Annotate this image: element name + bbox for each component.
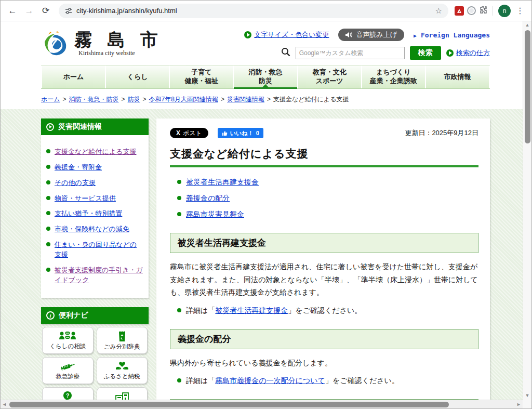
forward-button[interactable]: → (22, 4, 36, 18)
bullet-icon (46, 227, 50, 231)
horizontal-scrollbar[interactable]: ◄ ► (1, 400, 523, 408)
pdf-extension-icon[interactable] (455, 6, 464, 16)
site-logo[interactable]: 霧 島 市 Kirishima city website (41, 25, 163, 60)
disaster-info-box: 災害関連情報 支援金など給付による支援 義援金・寄附金 その他の支援 物資・サー… (41, 118, 149, 298)
search-button[interactable]: 検索 (410, 46, 441, 60)
toc-item: 義援金の配分 (177, 194, 478, 203)
section-paragraph: 霧島市に被災者生活再建支援法が適用され、住宅に著しい被害を受けた世帯に対し、支援… (170, 260, 478, 299)
scroll-up-arrow[interactable]: ▲ (524, 21, 531, 29)
detail-link-gienkin[interactable]: 霧島市義援金の一次配分について (215, 376, 325, 385)
x-logo-icon: X (176, 129, 180, 137)
sidebar-item-shienkin: 支援金など給付による支援 (46, 147, 143, 157)
bullet-icon (177, 212, 181, 216)
people-chat-icon (59, 331, 76, 341)
quick-nav-kurashi-soudan[interactable]: くらしの相談 (42, 327, 94, 354)
nav-tab-machidukuri[interactable]: まちづくり 産業・企業誘致 (362, 65, 426, 88)
sidebar-item-shiharai: 支払い猶予・特別措置 (46, 209, 143, 219)
question-bubble-icon: ? (62, 391, 73, 400)
sidebar-item-gienkin: 義援金・寄附金 (46, 163, 143, 173)
sidebar-item-shizei: 市税・保険料などの減免 (46, 225, 143, 234)
nav-tab-kosodate[interactable]: 子育て 健康・福祉 (170, 65, 234, 88)
vertical-scrollbar[interactable]: ▲ ▼ (523, 21, 531, 400)
toc-link-gienkin[interactable]: 義援金の配分 (186, 194, 230, 203)
nav-tab-bousai[interactable]: 消防・救急 防災 (234, 65, 298, 88)
speaker-icon (345, 32, 353, 38)
toc-link-saiken[interactable]: 被災者生活再建支援金 (186, 178, 259, 187)
main-content: X ポスト いいね！ 0 更新日：2025年9月12日 支援金など給付による支援 (156, 118, 490, 400)
reload-button[interactable]: ⟳ (39, 4, 52, 18)
section-heading-mimaikin: 霧島市災害見舞金 (170, 399, 478, 400)
nav-tab-kurashi[interactable]: くらし (106, 65, 170, 88)
audio-readout-button[interactable]: 音声読み上げ (338, 29, 404, 41)
section-heading-gienkin: 義援金の配分 (170, 329, 478, 349)
table-of-contents: 被災者生活再建支援金 義援金の配分 霧島市災害見舞金 (177, 178, 478, 219)
scrollbar-corner (523, 400, 531, 408)
site-info-icon[interactable] (65, 7, 72, 15)
nav-tab-shisei[interactable]: 市政情報 (426, 65, 490, 88)
url-text[interactable]: city-kirishima.jp/anshin/kyufu.html (76, 7, 431, 15)
detail-link-saiken[interactable]: 被災者生活再建支援金 (215, 306, 288, 314)
scroll-right-arrow[interactable]: ► (515, 401, 523, 408)
nav-tab-kyouiku[interactable]: 教育・文化 スポーツ (298, 65, 362, 88)
bullet-icon (46, 165, 50, 169)
sidebar-item-sonota: その他の支援 (46, 178, 143, 188)
detail-bullet: 詳細は「被災者生活再建支援金」をご確認ください。 (177, 306, 478, 315)
toc-link-mimaikin[interactable]: 霧島市災害見舞金 (186, 210, 244, 219)
sidebar: 災害関連情報 支援金など給付による支援 義援金・寄附金 その他の支援 物資・サー… (41, 118, 149, 400)
quick-nav-header: i 便利ナビ (41, 307, 149, 324)
bookmark-star-icon[interactable]: ☆ (435, 6, 442, 16)
bullet-icon (177, 378, 181, 382)
breadcrumb-link[interactable]: 令和7年8月大雨関連情報 (149, 96, 218, 103)
sidebar-item-sumai: 住まい・身の回り品などの支援 (46, 240, 143, 260)
quick-nav-box: i 便利ナビ くらしの相談 ごみ分別辞典 (41, 307, 149, 400)
search-input[interactable] (296, 47, 405, 59)
title-divider (170, 165, 478, 167)
browser-menu-icon[interactable]: ⋮ (514, 6, 526, 16)
vertical-scroll-thumb[interactable] (525, 30, 530, 143)
facebook-like-button[interactable]: いいね！ 0 (218, 128, 263, 138)
green-arrow-icon (446, 49, 454, 57)
disaster-info-header: 災害関連情報 (41, 118, 149, 135)
horizontal-scroll-thumb[interactable] (9, 402, 449, 407)
detail-bullet: 詳細は「霧島市義援金の一次配分について」をご確認ください。 (177, 376, 478, 386)
extension-icon[interactable] (467, 6, 476, 15)
profile-avatar[interactable]: n (498, 5, 511, 17)
bullet-icon (46, 196, 50, 200)
kirishima-emblem-icon (41, 29, 69, 59)
scroll-left-arrow[interactable]: ◄ (1, 401, 8, 408)
quick-nav-shisetsu[interactable]: 施設一覧 (97, 387, 148, 400)
toc-item: 被災者生活再建支援金 (177, 178, 478, 187)
quick-nav-faq[interactable]: ? よくある質問 (42, 387, 94, 400)
back-button[interactable]: ← (6, 4, 19, 18)
breadcrumb-link[interactable]: 消防・救急・防災 (69, 96, 119, 103)
quick-nav-kyukyu-shinryo[interactable]: 救急診療 (42, 357, 94, 384)
syringe-icon (60, 361, 75, 372)
foreign-languages-link[interactable]: ▶ Foreign Languages (414, 31, 490, 39)
breadcrumb-separator: > (63, 96, 66, 103)
breadcrumb-link[interactable]: 災害関連情報 (227, 96, 264, 103)
section-paragraph: 県内外から寄せられている義援金を配分します。 (170, 357, 478, 370)
bullet-icon (177, 196, 181, 200)
breadcrumb-link[interactable]: ホーム (41, 96, 60, 103)
global-nav: ホーム くらし 子育て 健康・福祉 消防・救急 防災 教育・文化 スポーツ まち… (41, 65, 490, 89)
bullet-icon (46, 211, 50, 215)
extensions-puzzle-icon[interactable] (479, 6, 487, 16)
section-heading-saiken: 被災者生活再建支援金 (170, 233, 478, 253)
nav-tab-home[interactable]: ホーム (41, 65, 106, 88)
x-post-button[interactable]: X ポスト (170, 128, 208, 138)
font-size-link[interactable]: 文字サイズ・色合い変更 (244, 30, 329, 39)
site-subtitle: Kirishima city website (78, 49, 163, 57)
bullet-icon (46, 268, 50, 272)
triangle-icon: ▶ (414, 33, 417, 38)
scroll-down-arrow[interactable]: ▼ (524, 392, 531, 400)
green-arrow-icon (244, 31, 251, 38)
quick-nav-furusato-nouzei[interactable]: ふるさと納税 (97, 357, 148, 384)
breadcrumb-separator: > (122, 96, 125, 103)
quick-nav-gomi-jiten[interactable]: ごみ分別辞典 (97, 327, 148, 354)
circle-arrow-icon (46, 123, 54, 131)
browser-toolbar: ← → ⟳ city-kirishima.jp/anshin/kyufu.htm… (1, 1, 531, 21)
heart-hands-icon (115, 361, 129, 372)
search-help-link[interactable]: 検索の仕方 (446, 48, 490, 58)
breadcrumb-link[interactable]: 防災 (128, 96, 140, 103)
address-bar[interactable]: city-kirishima.jp/anshin/kyufu.html ☆ (59, 4, 448, 18)
